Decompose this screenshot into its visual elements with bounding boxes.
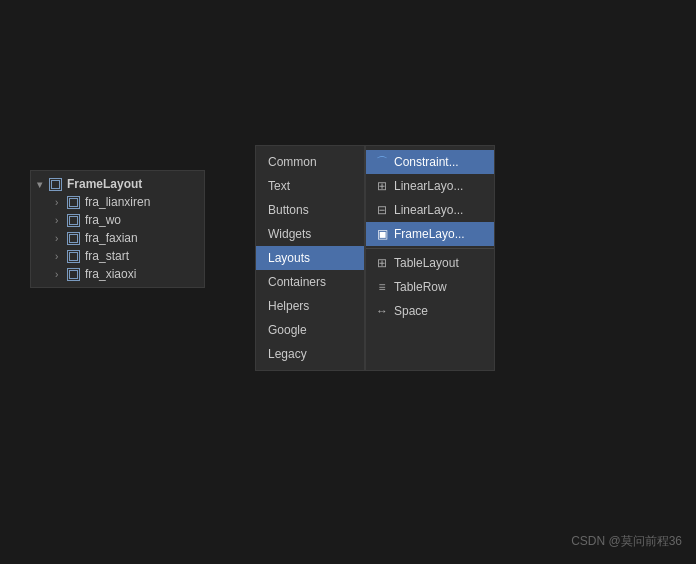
menu-divider <box>366 248 494 249</box>
menu-item-layouts[interactable]: Layouts <box>256 246 364 270</box>
tree-item-faxian[interactable]: › fra_faxian <box>31 229 204 247</box>
frame-icon <box>67 250 80 263</box>
expand-arrow: › <box>55 233 67 244</box>
menu-item-containers[interactable]: Containers <box>256 270 364 294</box>
constraint-icon <box>374 154 390 170</box>
expand-arrow: › <box>55 215 67 226</box>
submenu-label: FrameLayo... <box>394 227 465 241</box>
submenu-item-frame[interactable]: ▣ FrameLayo... <box>366 222 494 246</box>
menu-item-google[interactable]: Google <box>256 318 364 342</box>
submenu-item-table[interactable]: ⊞ TableLayout <box>366 251 494 275</box>
submenu-item-space[interactable]: ↔ Space <box>366 299 494 323</box>
menu-item-legacy[interactable]: Legacy <box>256 342 364 366</box>
table-layout-icon: ⊞ <box>374 255 390 271</box>
submenu-label: LinearLayo... <box>394 203 463 217</box>
tree-item-wo[interactable]: › fra_wo <box>31 211 204 229</box>
menu-item-common[interactable]: Common <box>256 150 364 174</box>
tree-child-label: fra_start <box>85 249 129 263</box>
frame-icon <box>67 196 80 209</box>
expand-arrow: ▾ <box>37 179 49 190</box>
expand-arrow: › <box>55 269 67 280</box>
tree-child-label: fra_wo <box>85 213 121 227</box>
frame-layout-icon <box>49 178 62 191</box>
expand-arrow: › <box>55 251 67 262</box>
submenu-label: Space <box>394 304 428 318</box>
frame-icon <box>67 268 80 281</box>
submenu-item-constraint[interactable]: Constraint... <box>366 150 494 174</box>
component-tree: ▾ FrameLayout › fra_lianxiren › fra_wo ›… <box>30 170 205 288</box>
submenu-label: TableRow <box>394 280 447 294</box>
submenu-label: LinearLayo... <box>394 179 463 193</box>
table-row-icon: ≡ <box>374 279 390 295</box>
menu-item-widgets[interactable]: Widgets <box>256 222 364 246</box>
tree-item-lianxiren[interactable]: › fra_lianxiren <box>31 193 204 211</box>
submenu-item-linear-h[interactable]: ⊞ LinearLayo... <box>366 174 494 198</box>
tree-child-label: fra_faxian <box>85 231 138 245</box>
submenu-item-tablerow[interactable]: ≡ TableRow <box>366 275 494 299</box>
linear-v-icon: ⊟ <box>374 202 390 218</box>
menu-categories: Common Text Buttons Widgets Layouts Cont… <box>255 145 365 371</box>
linear-h-icon: ⊞ <box>374 178 390 194</box>
space-icon: ↔ <box>374 303 390 319</box>
tree-root-label: FrameLayout <box>67 177 142 191</box>
tree-item-root[interactable]: ▾ FrameLayout <box>31 175 204 193</box>
frame-layout-icon: ▣ <box>374 226 390 242</box>
tree-item-xiaoxi[interactable]: › fra_xiaoxi <box>31 265 204 283</box>
submenu-label: TableLayout <box>394 256 459 270</box>
frame-icon <box>67 214 80 227</box>
tree-item-start[interactable]: › fra_start <box>31 247 204 265</box>
menu-item-helpers[interactable]: Helpers <box>256 294 364 318</box>
watermark: CSDN @莫问前程36 <box>571 533 682 550</box>
frame-icon <box>67 232 80 245</box>
tree-child-label: fra_lianxiren <box>85 195 150 209</box>
context-menu: Common Text Buttons Widgets Layouts Cont… <box>255 145 495 371</box>
submenu-label: Constraint... <box>394 155 459 169</box>
menu-item-buttons[interactable]: Buttons <box>256 198 364 222</box>
expand-arrow: › <box>55 197 67 208</box>
submenu-item-linear-v[interactable]: ⊟ LinearLayo... <box>366 198 494 222</box>
menu-item-text[interactable]: Text <box>256 174 364 198</box>
menu-layouts-submenu: Constraint... ⊞ LinearLayo... ⊟ LinearLa… <box>365 145 495 371</box>
tree-child-label: fra_xiaoxi <box>85 267 136 281</box>
